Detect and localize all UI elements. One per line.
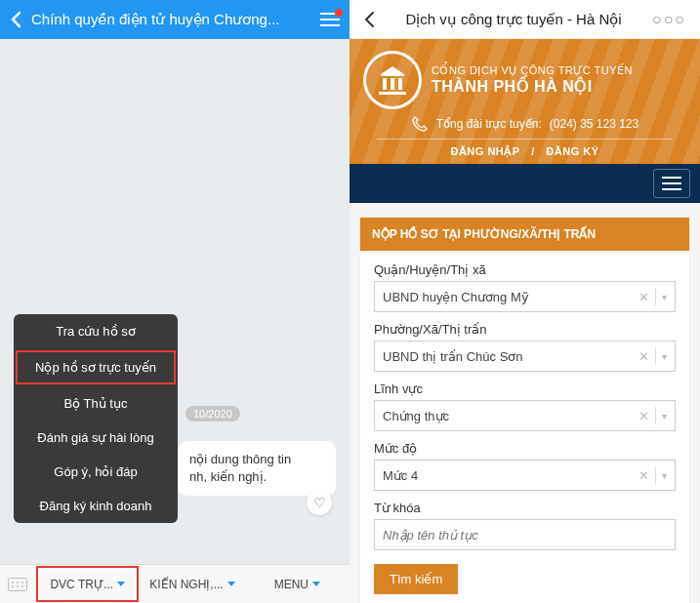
chat-header: Chính quyền điện tử huyện Chương... — [0, 0, 350, 39]
tab-kien-nghi[interactable]: KIẾN NGHỊ,... — [140, 565, 244, 603]
tab-label: DVC TRỰ... — [50, 578, 112, 591]
field-select[interactable]: Chứng thực ✕ ▾ — [374, 400, 676, 431]
popup-menu: Tra cứu hồ sơ Nộp hồ sơ trực tuyến Bộ Th… — [14, 314, 178, 523]
banner-title: THÀNH PHỐ HÀ NỘI — [432, 77, 686, 96]
chevron-down-icon: ▾ — [656, 292, 667, 302]
level-label: Mức độ — [374, 441, 676, 456]
chat-area: 10/2020 nội dung thông tin nh, kiến nghị… — [0, 39, 350, 564]
district-select[interactable]: UBND huyện Chương Mỹ ✕ ▾ — [374, 281, 676, 312]
menu-item-tra-cuu[interactable]: Tra cứu hồ sơ — [14, 314, 178, 348]
login-link[interactable]: ĐĂNG NHẬP — [450, 145, 519, 157]
field-value: Chứng thực — [383, 409, 449, 423]
more-icon[interactable]: ○○○ — [652, 11, 686, 28]
city-logo-icon — [363, 51, 422, 109]
svg-point-8 — [17, 585, 19, 587]
notification-badge — [335, 9, 343, 17]
chat-title: Chính quyền điện tử huyện Chương... — [31, 11, 320, 28]
hamburger-icon[interactable] — [653, 169, 690, 198]
register-link[interactable]: ĐĂNG KÝ — [546, 145, 598, 157]
date-chip: 10/2020 — [185, 406, 240, 422]
banner: CỔNG DỊCH VỤ CÔNG TRỰC TUYẾN THÀNH PHỐ H… — [350, 39, 700, 164]
svg-point-4 — [12, 582, 14, 583]
page-header: Dịch vụ công trực tuyến - Hà Nội ○○○ — [350, 0, 700, 39]
tab-menu[interactable]: MENU — [245, 565, 350, 603]
link-separator: / — [531, 145, 535, 157]
keyboard-icon[interactable] — [0, 578, 35, 591]
banner-subtitle: CỔNG DỊCH VỤ CÔNG TRỰC TUYẾN — [432, 64, 686, 77]
form-card: NỘP HỒ SƠ TẠI PHƯỜNG/XÃ/THỊ TRẤN Quận/Hu… — [359, 217, 690, 603]
ward-select[interactable]: UBND thị trấn Chúc Sơn ✕ ▾ — [374, 341, 676, 372]
header-menu-icon[interactable] — [320, 12, 340, 27]
card-title: NỘP HỒ SƠ TẠI PHƯỜNG/XÃ/THỊ TRẤN — [360, 218, 689, 251]
svg-point-9 — [21, 585, 23, 587]
hotline-number: (024) 35 123 123 — [550, 117, 638, 131]
svg-point-5 — [17, 582, 19, 583]
ward-value: UBND thị trấn Chúc Sơn — [383, 349, 523, 364]
bottom-tab-bar: DVC TRỰ... KIẾN NGHỊ,... MENU — [0, 564, 350, 603]
clear-icon[interactable]: ✕ — [633, 468, 655, 483]
district-label: Quận/Huyện/Thị xã — [374, 262, 676, 277]
keyword-input[interactable] — [374, 519, 676, 550]
menu-item-gop-y[interactable]: Góp ý, hỏi đáp — [14, 455, 178, 489]
svg-point-7 — [12, 585, 14, 587]
field-label: Lĩnh vực — [374, 382, 676, 396]
clear-icon[interactable]: ✕ — [633, 290, 655, 304]
menu-item-bo-thu-tuc[interactable]: Bộ Thủ tục — [14, 386, 178, 421]
svg-point-6 — [21, 582, 23, 583]
right-panel: Dịch vụ công trực tuyến - Hà Nội ○○○ CỔN… — [350, 0, 700, 603]
menu-item-nop-ho-so[interactable]: Nộp hồ sơ trực tuyến — [16, 350, 176, 384]
left-panel: Chính quyền điện tử huyện Chương... 10/2… — [0, 0, 350, 603]
chevron-down-icon — [312, 582, 320, 586]
page-title: Dịch vụ công trực tuyến - Hà Nội — [375, 11, 652, 28]
back-icon[interactable] — [10, 11, 21, 28]
district-value: UBND huyện Chương Mỹ — [383, 290, 529, 304]
chevron-down-icon: ▾ — [656, 351, 667, 362]
message-bubble: nội dung thông tin nh, kiến nghị. — [178, 441, 336, 496]
search-button[interactable]: Tìm kiếm — [374, 564, 458, 594]
nav-bar — [350, 164, 700, 203]
phone-icon — [411, 115, 429, 133]
tab-label: KIẾN NGHỊ,... — [149, 578, 223, 591]
svg-rect-2 — [320, 24, 340, 26]
level-select[interactable]: Mức 4 ✕ ▾ — [374, 460, 676, 491]
hotline-label: Tổng đài trực tuyến: — [436, 117, 542, 131]
chevron-down-icon — [227, 582, 235, 586]
form-area: NỘP HỒ SƠ TẠI PHƯỜNG/XÃ/THỊ TRẤN Quận/Hu… — [350, 203, 700, 603]
keyword-label: Từ khóa — [374, 501, 676, 515]
chevron-down-icon — [117, 582, 125, 586]
heart-icon[interactable]: ♡ — [307, 490, 332, 515]
clear-icon[interactable]: ✕ — [633, 349, 655, 364]
tab-label: MENU — [274, 578, 309, 591]
message-line-1: nội dung thông tin — [189, 452, 291, 466]
message-line-2: nh, kiến nghị. — [189, 469, 267, 484]
clear-icon[interactable]: ✕ — [633, 409, 655, 423]
chevron-down-icon: ▾ — [656, 470, 667, 481]
ward-label: Phường/Xã/Thị trấn — [374, 322, 676, 337]
svg-rect-3 — [9, 578, 27, 590]
menu-item-dang-ky-kd[interactable]: Đăng ký kinh doanh — [14, 489, 178, 523]
menu-item-danh-gia[interactable]: Đánh giá sự hài lòng — [14, 421, 178, 455]
back-icon[interactable] — [363, 11, 375, 28]
level-value: Mức 4 — [383, 468, 418, 483]
svg-rect-1 — [320, 19, 340, 20]
tab-dvc-truc-tuyen[interactable]: DVC TRỰ... — [35, 565, 140, 603]
chevron-down-icon: ▾ — [656, 411, 667, 422]
